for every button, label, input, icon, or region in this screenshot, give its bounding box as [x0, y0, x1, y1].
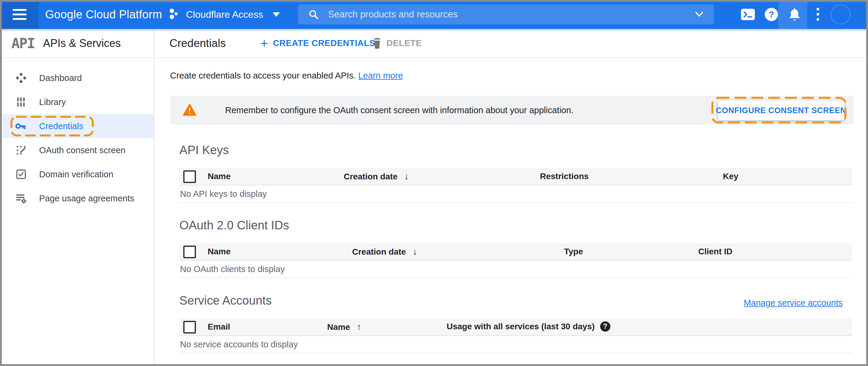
- page-title: Credentials: [169, 37, 226, 50]
- column-header-creation-date[interactable]: Creation date↓: [352, 246, 417, 257]
- sidebar-item-page-usage-agreements[interactable]: Page usage agreements: [0, 186, 154, 210]
- notifications-bell-icon[interactable]: [788, 7, 801, 22]
- api-keys-table: Name Creation date↓ Restrictions Key No …: [179, 168, 852, 203]
- sidebar-item-dashboard[interactable]: Dashboard: [0, 66, 154, 90]
- service-accounts-empty-row: No service accounts to display: [179, 336, 852, 353]
- top-app-bar: Google Cloud Platform Cloudflare Access: [0, 0, 868, 29]
- service-accounts-table: Email Name↑ Usage with all services (las…: [179, 318, 852, 353]
- api-keys-section-title: API Keys: [179, 143, 229, 157]
- column-header-client-id[interactable]: Client ID: [698, 247, 733, 256]
- name-label: Name: [327, 323, 350, 332]
- column-header-usage[interactable]: Usage with all services (last 30 days)?: [447, 322, 610, 332]
- brand-logo-text[interactable]: Google Cloud Platform: [45, 0, 162, 29]
- creation-date-label: Creation date: [352, 247, 406, 256]
- sidebar-nav: Dashboard Library: [0, 58, 154, 210]
- sidebar-item-library[interactable]: Library: [0, 90, 154, 114]
- manage-service-accounts-link[interactable]: Manage service accounts: [744, 298, 843, 308]
- sidebar-item-label: Dashboard: [39, 73, 82, 83]
- configure-consent-screen-button[interactable]: CONFIGURE CONSENT SCREEN: [718, 100, 844, 120]
- trash-icon: [373, 38, 382, 49]
- select-all-checkbox[interactable]: [183, 246, 196, 258]
- banner-message: Remember to configure the OAuth consent …: [225, 105, 574, 115]
- sidebar-item-label: Page usage agreements: [39, 193, 134, 204]
- user-avatar[interactable]: [831, 4, 850, 24]
- key-icon: [14, 120, 28, 132]
- sidebar-header: API APIs & Services: [0, 29, 154, 58]
- api-product-logo: API: [11, 35, 35, 52]
- column-header-creation-date[interactable]: Creation date↓: [344, 171, 409, 182]
- column-header-key[interactable]: Key: [723, 172, 738, 181]
- help-glyph: ?: [769, 9, 774, 20]
- sidebar-title: APIs & Services: [43, 37, 121, 50]
- oauth-clients-empty-text: No OAuth clients to display: [179, 264, 285, 274]
- help-icon[interactable]: ?: [765, 8, 778, 21]
- usage-label: Usage with all services (last 30 days): [447, 322, 595, 331]
- configure-consent-screen-label: CONFIGURE CONSENT SCREEN: [716, 106, 846, 115]
- dashboard-icon: [14, 72, 28, 84]
- delete-label: DELETE: [386, 38, 422, 48]
- api-keys-table-header: Name Creation date↓ Restrictions Key: [179, 168, 852, 185]
- cloud-shell-icon[interactable]: [741, 9, 755, 20]
- api-keys-empty-row: No API keys to display: [179, 185, 852, 203]
- learn-more-link[interactable]: Learn more: [358, 71, 403, 80]
- hamburger-menu-icon[interactable]: [13, 9, 27, 20]
- gcp-console-window: Google Cloud Platform Cloudflare Access: [0, 0, 868, 366]
- sidebar: API APIs & Services Dashboard: [0, 29, 154, 366]
- select-all-checkbox[interactable]: [183, 321, 196, 334]
- sidebar-item-domain-verification[interactable]: Domain verification: [0, 162, 154, 186]
- api-keys-empty-text: No API keys to display: [179, 189, 267, 199]
- page-content: Create credentials to access your enable…: [155, 58, 868, 366]
- service-accounts-section-title: Service Accounts: [179, 294, 272, 307]
- search-icon: [308, 9, 319, 20]
- warning-icon: [183, 103, 196, 116]
- creation-date-label: Creation date: [344, 172, 398, 181]
- library-icon: [14, 97, 28, 108]
- sidebar-item-label: OAuth consent screen: [39, 145, 125, 155]
- column-header-restrictions[interactable]: Restrictions: [540, 172, 589, 181]
- column-header-type[interactable]: Type: [564, 247, 583, 256]
- service-accounts-empty-text: No service accounts to display: [179, 339, 298, 349]
- column-header-name[interactable]: Name: [208, 247, 230, 256]
- more-options-icon[interactable]: [815, 8, 820, 22]
- intro-text: Create credentials to access your enable…: [170, 71, 403, 81]
- page-toolbar: Credentials + CREATE CREDENTIALS DELETE: [155, 29, 868, 58]
- oauth-clients-empty-row: No OAuth clients to display: [179, 261, 852, 278]
- column-header-email[interactable]: Email: [208, 322, 230, 332]
- search-chevron-down-icon[interactable]: [695, 11, 704, 18]
- oauth-clients-section-title: OAuth 2.0 Client IDs: [179, 218, 289, 232]
- global-search-bar[interactable]: [298, 4, 714, 24]
- sort-descending-icon: ↓: [404, 171, 409, 181]
- column-header-name[interactable]: Name↑: [327, 322, 361, 332]
- sidebar-item-credentials[interactable]: Credentials: [0, 114, 154, 138]
- search-input[interactable]: [328, 9, 695, 20]
- sidebar-item-label: Domain verification: [39, 170, 114, 179]
- column-header-name[interactable]: Name: [208, 172, 230, 181]
- usage-help-icon[interactable]: ?: [600, 321, 610, 331]
- delete-button[interactable]: DELETE: [373, 38, 422, 49]
- project-hexagons-icon: [168, 8, 179, 21]
- intro-sentence: Create credentials to access your enable…: [170, 71, 356, 80]
- oauth-clients-table-header: Name Creation date↓ Type Client ID: [179, 243, 852, 261]
- consent-warning-banner: Remember to configure the OAuth consent …: [170, 96, 854, 125]
- sidebar-item-label: Library: [39, 97, 66, 107]
- main-panel: Credentials + CREATE CREDENTIALS DELETE …: [155, 29, 868, 366]
- sidebar-item-oauth-consent-screen[interactable]: OAuth consent screen: [0, 138, 154, 162]
- create-credentials-label: CREATE CREDENTIALS: [273, 38, 375, 48]
- sort-ascending-icon: ↑: [356, 322, 361, 332]
- oauth-clients-table: Name Creation date↓ Type Client ID No OA…: [179, 243, 852, 278]
- plus-icon: +: [260, 37, 268, 50]
- project-dropdown-triangle-icon: [273, 12, 280, 17]
- create-credentials-button[interactable]: + CREATE CREDENTIALS: [260, 37, 375, 50]
- sidebar-item-label: Credentials: [39, 121, 83, 131]
- service-accounts-table-header: Email Name↑ Usage with all services (las…: [179, 318, 852, 336]
- oauth-consent-icon: [14, 145, 28, 156]
- project-name: Cloudflare Access: [186, 9, 263, 20]
- sort-descending-icon: ↓: [413, 246, 417, 256]
- select-all-checkbox[interactable]: [183, 170, 196, 183]
- project-switcher[interactable]: Cloudflare Access: [168, 0, 280, 29]
- domain-verification-icon: [14, 169, 28, 180]
- page-usage-icon: [14, 193, 28, 204]
